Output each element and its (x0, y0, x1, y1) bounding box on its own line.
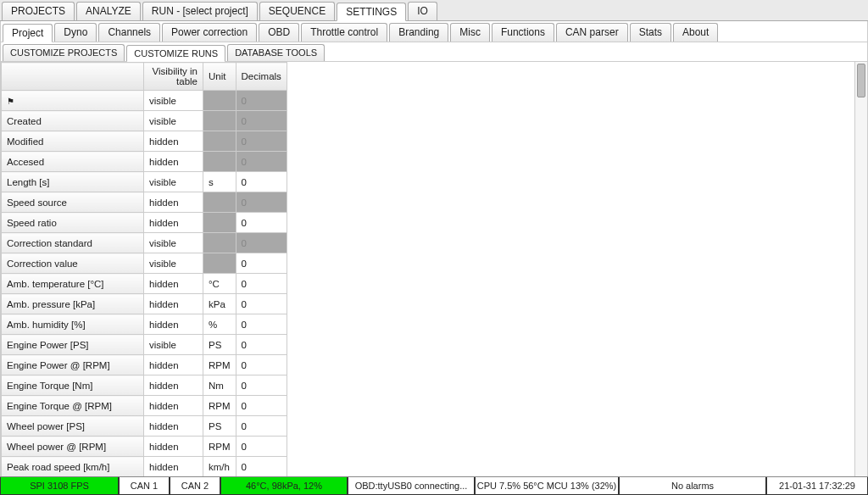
settings-tab-obd[interactable]: OBD (259, 23, 299, 42)
col-header-unit[interactable]: Unit (203, 63, 236, 91)
decimals-cell[interactable]: 0 (236, 253, 287, 274)
status-bar: SPI 3108 FPS CAN 1 CAN 2 46°C, 98kPa, 12… (0, 476, 868, 495)
decimals-cell[interactable]: 0 (236, 213, 287, 233)
col-header-decimals[interactable]: Decimals (236, 63, 287, 91)
settings-tab-can-parser[interactable]: CAN parser (556, 23, 628, 42)
unit-cell[interactable]: PS (203, 416, 236, 437)
row-name[interactable]: Engine Power [PS] (2, 335, 144, 355)
table-row: Amb. temperature [°C]hidden°C0 (2, 274, 287, 294)
unit-cell[interactable]: s (203, 172, 236, 192)
decimals-cell[interactable]: 0 (236, 396, 287, 416)
project-tab-database-tools[interactable]: DATABASE TOOLS (227, 44, 325, 61)
status-env: 46°C, 98kPa, 12% (220, 477, 348, 495)
visibility-cell[interactable]: hidden (144, 274, 203, 294)
row-name[interactable]: Amb. pressure [kPa] (2, 294, 144, 314)
row-name[interactable]: Modified (2, 131, 144, 152)
main-tab-run-select-project[interactable]: RUN - [select project] (142, 2, 258, 20)
settings-tab-stats[interactable]: Stats (630, 23, 671, 42)
visibility-cell[interactable]: visible (144, 111, 203, 131)
visibility-cell[interactable]: hidden (144, 457, 203, 477)
visibility-cell[interactable]: hidden (144, 213, 203, 233)
row-name[interactable]: Accesed (2, 152, 144, 172)
row-name[interactable]: Length [s] (2, 172, 144, 192)
visibility-cell[interactable]: visible (144, 233, 203, 253)
settings-tab-about[interactable]: About (673, 23, 718, 42)
decimals-cell[interactable]: 0 (236, 274, 287, 294)
unit-cell (203, 233, 236, 253)
row-name[interactable]: Correction value (2, 253, 144, 274)
visibility-cell[interactable]: visible (144, 335, 203, 355)
row-name[interactable]: Speed source (2, 192, 144, 213)
project-tab-customize-runs[interactable]: CUSTOMIZE RUNS (126, 45, 225, 62)
unit-cell[interactable]: % (203, 314, 236, 335)
table-row: Accesedhidden0 (2, 152, 287, 172)
visibility-cell[interactable]: hidden (144, 437, 203, 457)
settings-tab-channels[interactable]: Channels (98, 23, 160, 42)
unit-cell[interactable]: Nm (203, 375, 236, 396)
visibility-cell[interactable]: visible (144, 172, 203, 192)
settings-tab-misc[interactable]: Misc (450, 23, 490, 42)
scroll-thumb[interactable] (857, 64, 865, 97)
unit-cell[interactable]: RPM (203, 396, 236, 416)
col-header-name[interactable] (2, 63, 144, 91)
decimals-cell[interactable]: 0 (236, 294, 287, 314)
row-name[interactable]: Peak road speed [km/h] (2, 457, 144, 477)
row-name[interactable]: Created (2, 111, 144, 131)
table-row: Amb. pressure [kPa]hiddenkPa0 (2, 294, 287, 314)
unit-cell[interactable]: RPM (203, 437, 236, 457)
visibility-cell[interactable]: hidden (144, 192, 203, 213)
decimals-cell[interactable]: 0 (236, 457, 287, 477)
project-tab-customize-projects[interactable]: CUSTOMIZE PROJECTS (3, 44, 125, 61)
visibility-cell[interactable]: visible (144, 91, 203, 111)
decimals-cell[interactable]: 0 (236, 437, 287, 457)
decimals-cell[interactable]: 0 (236, 335, 287, 355)
decimals-cell[interactable]: 0 (236, 375, 287, 396)
main-tab-analyze[interactable]: ANALYZE (76, 2, 141, 20)
table-row: Createdvisible0 (2, 111, 287, 131)
row-name[interactable]: Correction standard (2, 233, 144, 253)
settings-tab-power-correction[interactable]: Power correction (162, 23, 257, 42)
flag-icon[interactable]: ⚑ (2, 91, 144, 111)
unit-cell[interactable]: PS (203, 335, 236, 355)
settings-tab-functions[interactable]: Functions (492, 23, 554, 42)
visibility-cell[interactable]: hidden (144, 355, 203, 375)
visibility-cell[interactable]: hidden (144, 294, 203, 314)
visibility-cell[interactable]: hidden (144, 152, 203, 172)
vertical-scrollbar[interactable] (854, 62, 867, 478)
settings-tab-branding[interactable]: Branding (389, 23, 448, 42)
content-area: Visibility in table Unit Decimals ⚑visib… (0, 62, 868, 479)
visibility-cell[interactable]: hidden (144, 375, 203, 396)
unit-cell[interactable]: °C (203, 274, 236, 294)
row-name[interactable]: Amb. temperature [°C] (2, 274, 144, 294)
row-name[interactable]: Amb. humidity [%] (2, 314, 144, 335)
visibility-cell[interactable]: hidden (144, 396, 203, 416)
row-name[interactable]: Wheel power [PS] (2, 416, 144, 437)
row-name[interactable]: Speed ratio (2, 213, 144, 233)
decimals-cell[interactable]: 0 (236, 314, 287, 335)
decimals-cell[interactable]: 0 (236, 172, 287, 192)
main-tab-settings[interactable]: SETTINGS (337, 3, 406, 21)
unit-cell[interactable]: km/h (203, 457, 236, 477)
visibility-cell[interactable]: hidden (144, 131, 203, 152)
decimals-cell[interactable]: 0 (236, 355, 287, 375)
unit-cell[interactable]: kPa (203, 294, 236, 314)
row-name[interactable]: Engine Torque @ [RPM] (2, 396, 144, 416)
decimals-cell[interactable]: 0 (236, 416, 287, 437)
visibility-cell[interactable]: hidden (144, 314, 203, 335)
unit-cell (203, 192, 236, 213)
decimals-cell: 0 (236, 131, 287, 152)
main-tab-projects[interactable]: PROJECTS (2, 2, 75, 20)
unit-cell[interactable]: RPM (203, 355, 236, 375)
visibility-cell[interactable]: hidden (144, 416, 203, 437)
settings-tab-dyno[interactable]: Dyno (54, 23, 97, 42)
visibility-cell[interactable]: visible (144, 253, 203, 274)
row-name[interactable]: Engine Power @ [RPM] (2, 355, 144, 375)
main-tab-sequence[interactable]: SEQUENCE (259, 2, 335, 20)
settings-tab-project[interactable]: Project (3, 24, 53, 42)
row-name[interactable]: Wheel power @ [RPM] (2, 437, 144, 457)
settings-tab-throttle-control[interactable]: Throttle control (301, 23, 387, 42)
table-row: Engine Power [PS]visiblePS0 (2, 335, 287, 355)
col-header-visibility[interactable]: Visibility in table (144, 63, 203, 91)
row-name[interactable]: Engine Torque [Nm] (2, 375, 144, 396)
main-tab-io[interactable]: IO (408, 2, 437, 20)
